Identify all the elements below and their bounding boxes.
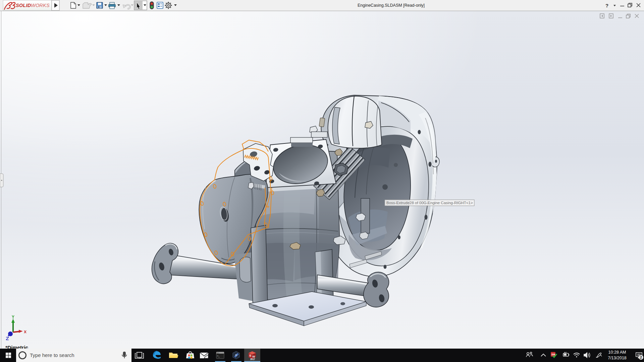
svg-text:S: S bbox=[249, 354, 251, 357]
svg-text:>_: >_ bbox=[217, 355, 220, 357]
svg-text:SOLID: SOLID bbox=[16, 3, 31, 8]
svg-text:2017: 2017 bbox=[250, 358, 255, 360]
svg-text:Boss-Extrude28 of 00G-Engine C: Boss-Extrude28 of 00G-Engine Casing-RIGH… bbox=[386, 201, 473, 205]
svg-text:C:\: C:\ bbox=[217, 352, 219, 354]
svg-text:WORKS: WORKS bbox=[31, 3, 50, 8]
svg-text:SW: SW bbox=[551, 353, 555, 356]
svg-text:2: 2 bbox=[640, 355, 642, 359]
svg-text:?: ? bbox=[605, 3, 608, 8]
svg-text:*Dimetric: *Dimetric bbox=[5, 345, 28, 349]
